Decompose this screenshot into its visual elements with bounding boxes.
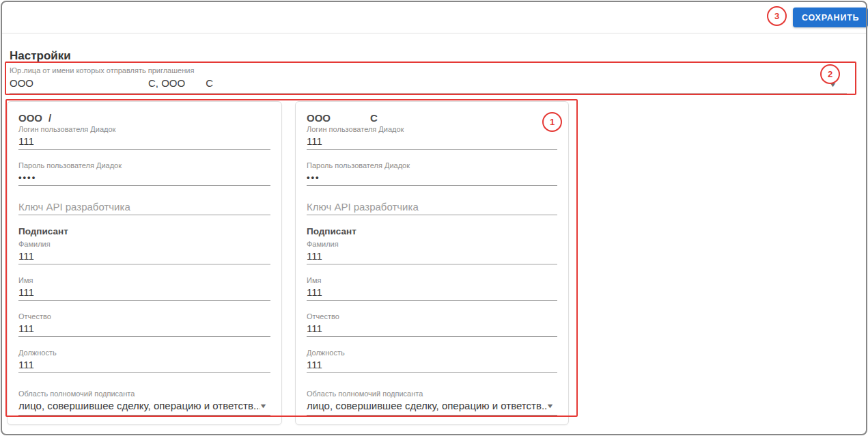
authority-select-text: лицо, совершившее сделку, операцию и отв… bbox=[18, 400, 260, 412]
org-select-value-part: С bbox=[206, 77, 213, 89]
card-title-part: ООО bbox=[307, 112, 331, 124]
api-key-field bbox=[18, 200, 270, 215]
org-select-value-part: С, ООО bbox=[148, 77, 185, 89]
save-button[interactable]: СОХРАНИТЬ bbox=[793, 8, 868, 27]
authority-select[interactable]: Область полномочий подписанта лицо, сове… bbox=[307, 390, 557, 415]
password-field: Пароль пользователя Диадок bbox=[307, 161, 557, 186]
first-name-field: Имя bbox=[18, 276, 270, 301]
authority-label: Область полномочий подписанта bbox=[18, 390, 270, 398]
login-field: Логин пользователя Диадок bbox=[18, 125, 270, 150]
position-input[interactable] bbox=[307, 357, 557, 373]
position-input[interactable] bbox=[18, 357, 270, 373]
org-settings-card-2: ООО С Логин пользователя Диадок Пароль п… bbox=[295, 101, 569, 425]
password-field: Пароль пользователя Диадок bbox=[18, 161, 270, 186]
org-settings-card-1: ООО / Логин пользователя Диадок Пароль п… bbox=[7, 101, 282, 425]
page-title: Настройки bbox=[10, 49, 71, 63]
chevron-down-icon: ▼ bbox=[259, 400, 267, 411]
annotation-circle-3: 3 bbox=[767, 6, 787, 26]
position-field: Должность bbox=[307, 349, 557, 373]
patronymic-field: Отчество bbox=[18, 312, 270, 337]
authority-select-value[interactable]: лицо, совершившее сделку, операцию и отв… bbox=[18, 398, 270, 415]
api-key-field bbox=[307, 200, 557, 215]
login-input[interactable] bbox=[18, 134, 270, 150]
password-label: Пароль пользователя Диадок bbox=[18, 161, 270, 170]
api-key-input[interactable] bbox=[307, 200, 557, 215]
chevron-down-icon: ▼ bbox=[546, 400, 554, 411]
authority-select-value[interactable]: лицо, совершившее сделку, операцию и отв… bbox=[307, 398, 557, 415]
card-title-part: ООО bbox=[18, 112, 42, 124]
annotation-circle-1: 1 bbox=[542, 112, 562, 132]
password-input[interactable] bbox=[18, 170, 270, 186]
patronymic-input[interactable] bbox=[18, 321, 270, 337]
org-select-value-part: ООО bbox=[10, 77, 33, 89]
top-bar: СОХРАНИТЬ bbox=[2, 2, 866, 33]
patronymic-label: Отчество bbox=[18, 312, 270, 321]
login-label: Логин пользователя Диадок bbox=[18, 125, 270, 134]
org-select-label: Юр.лица от имени которых отправлять приг… bbox=[10, 66, 847, 75]
authority-select-text: лицо, совершившее сделку, операцию и отв… bbox=[307, 400, 547, 412]
signer-heading: Подписант bbox=[18, 226, 270, 237]
password-input[interactable] bbox=[307, 170, 557, 186]
first-name-label: Имя bbox=[18, 276, 270, 285]
position-label: Должность bbox=[18, 349, 270, 357]
position-label: Должность bbox=[307, 349, 557, 357]
signer-heading: Подписант bbox=[307, 226, 557, 237]
card-title: ООО С bbox=[307, 112, 557, 124]
card-title-part: С bbox=[370, 112, 378, 124]
first-name-label: Имя bbox=[307, 276, 557, 285]
surname-input[interactable] bbox=[307, 249, 557, 264]
authority-label: Область полномочий подписанта bbox=[307, 390, 557, 398]
org-select[interactable]: Юр.лица от имени которых отправлять приг… bbox=[10, 66, 847, 94]
position-field: Должность bbox=[18, 349, 270, 373]
surname-input[interactable] bbox=[18, 249, 270, 264]
org-select-value[interactable]: ООО С, ООО С ▼ bbox=[10, 75, 847, 94]
surname-label: Фамилия bbox=[18, 240, 270, 249]
first-name-field: Имя bbox=[307, 276, 557, 301]
surname-field: Фамилия bbox=[18, 240, 270, 264]
api-key-input[interactable] bbox=[18, 200, 270, 215]
annotation-circle-2: 2 bbox=[820, 64, 840, 84]
surname-field: Фамилия bbox=[307, 240, 557, 264]
login-label: Логин пользователя Диадок bbox=[307, 125, 557, 134]
authority-select[interactable]: Область полномочий подписанта лицо, сове… bbox=[18, 390, 270, 415]
login-field: Логин пользователя Диадок bbox=[307, 125, 557, 150]
login-input[interactable] bbox=[307, 134, 557, 150]
password-label: Пароль пользователя Диадок bbox=[307, 161, 557, 170]
card-title: ООО / bbox=[18, 112, 270, 124]
patronymic-input[interactable] bbox=[307, 321, 557, 337]
surname-label: Фамилия bbox=[307, 240, 557, 249]
card-title-part: / bbox=[48, 112, 51, 124]
patronymic-field: Отчество bbox=[307, 312, 557, 337]
first-name-input[interactable] bbox=[307, 285, 557, 301]
patronymic-label: Отчество bbox=[307, 312, 557, 321]
first-name-input[interactable] bbox=[18, 285, 270, 301]
